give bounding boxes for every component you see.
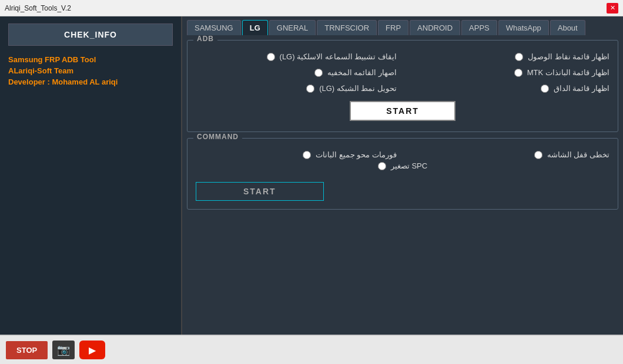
- cmd-radio-right1[interactable]: [534, 151, 542, 159]
- content-area: ADB اظهار قائمة نقاط الوصول ايقاف تشبيط …: [182, 35, 623, 335]
- left-panel: CHEK_INFO Samsung FRP ADB Tool ALariqi-S…: [0, 16, 182, 364]
- tab-frp[interactable]: FRP: [378, 20, 408, 35]
- tab-lg[interactable]: LG: [242, 20, 268, 35]
- adb-option-left2-label: اصهار القائمه المخفيه: [327, 68, 397, 77]
- tab-apps[interactable]: APPS: [461, 20, 497, 35]
- command-group: COMMAND تخطى قفل الشاشه فورمات محو جميع …: [187, 138, 618, 210]
- adb-group-label: ADB: [193, 35, 217, 43]
- main-container: CHEK_INFO Samsung FRP ADB Tool ALariqi-S…: [0, 16, 623, 364]
- cmd-option-center1-label: SPC تصغير: [391, 161, 427, 170]
- cmd-radio-left1[interactable]: [303, 151, 311, 159]
- adb-radio-right3[interactable]: [541, 85, 549, 93]
- cmd-option-left1-label: فورمات محو جميع البانات: [316, 150, 397, 159]
- stop-button[interactable]: STOP: [6, 341, 48, 359]
- cmd-option-left1[interactable]: فورمات محو جميع البانات: [196, 150, 397, 159]
- adb-start-button[interactable]: START: [350, 101, 455, 121]
- tab-gneral[interactable]: GNERAL: [269, 20, 316, 35]
- info-line3: Developer : Mohamed AL ariqi: [8, 77, 173, 86]
- command-group-label: COMMAND: [193, 133, 242, 141]
- cmd-grid: تخطى قفل الشاشه فورمات محو جميع البانات: [196, 150, 609, 159]
- adb-option-left3[interactable]: تحويل نمط الشبكه (LG): [196, 84, 397, 93]
- tab-android[interactable]: ANDROID: [410, 20, 460, 35]
- close-button[interactable]: ✕: [607, 3, 618, 14]
- adb-group: ADB اظهار قائمة نقاط الوصول ايقاف تشبيط …: [187, 40, 618, 132]
- adb-radio-right1[interactable]: [515, 53, 523, 61]
- tab-trnfscior[interactable]: TRNFSCIOR: [317, 20, 377, 35]
- adb-option-right2[interactable]: اظهار قائمة البانذات MTK: [408, 68, 609, 77]
- adb-option-left1[interactable]: ايقاف تشبيط السماعه الاسلكية (LG): [196, 52, 397, 61]
- adb-grid: اظهار قائمة نقاط الوصول ايقاف تشبيط السم…: [196, 52, 609, 93]
- cmd-option-right1-label: تخطى قفل الشاشه: [547, 150, 609, 159]
- adb-radio-left3[interactable]: [306, 85, 314, 93]
- adb-option-right2-label: اظهار قائمة البانذات MTK: [527, 68, 609, 77]
- youtube-icon: ▶: [89, 345, 96, 356]
- camera-icon: 📷: [57, 343, 70, 356]
- tab-about[interactable]: About: [550, 20, 585, 35]
- adb-radio-right2[interactable]: [514, 69, 522, 77]
- titlebar: Alriqi_Soft_Tools_V.2 ✕: [0, 0, 623, 16]
- camera-button[interactable]: 📷: [52, 341, 75, 359]
- cmd-option-center1[interactable]: SPC تصغير: [378, 161, 427, 170]
- right-panel: SAMSUNG LG GNERAL TRNFSCIOR FRP ANDROID …: [182, 16, 623, 364]
- adb-radio-left1[interactable]: [267, 53, 275, 61]
- cmd-option-right1[interactable]: تخطى قفل الشاشه: [408, 150, 609, 159]
- left-info: Samsung FRP ADB Tool ALariqi-Soft Team D…: [0, 50, 181, 364]
- adb-option-right1-label: اظهار قائمة نقاط الوصول: [528, 52, 609, 61]
- adb-option-left1-label: ايقاف تشبيط السماعه الاسلكية (LG): [280, 52, 397, 61]
- info-line1: Samsung FRP ADB Tool: [8, 55, 173, 64]
- adb-option-right3[interactable]: اظهار قائمة الداق: [408, 84, 609, 93]
- window-title: Alriqi_Soft_Tools_V.2: [5, 4, 71, 12]
- cmd-center-option: SPC تصغير: [196, 161, 609, 170]
- adb-option-left3-label: تحويل نمط الشبكه (LG): [319, 84, 397, 93]
- adb-radio-left2[interactable]: [314, 69, 323, 77]
- adb-option-right3-label: اظهار قائمة الداق: [554, 84, 609, 93]
- info-line2: ALariqi-Soft Team: [8, 66, 173, 75]
- adb-option-left2[interactable]: اصهار القائمه المخفيه: [196, 68, 397, 77]
- cmd-radio-center1[interactable]: [378, 162, 386, 170]
- bottom-bar: STOP 📷 ▶: [0, 335, 623, 364]
- chek-info-button[interactable]: CHEK_INFO: [8, 23, 173, 46]
- tab-whatsapp[interactable]: WhatsApp: [498, 20, 549, 35]
- youtube-button[interactable]: ▶: [79, 341, 105, 359]
- cmd-start-button[interactable]: START: [196, 182, 324, 201]
- tab-bar: SAMSUNG LG GNERAL TRNFSCIOR FRP ANDROID …: [182, 16, 623, 35]
- tab-samsung[interactable]: SAMSUNG: [187, 20, 241, 35]
- adb-option-right1[interactable]: اظهار قائمة نقاط الوصول: [408, 52, 609, 61]
